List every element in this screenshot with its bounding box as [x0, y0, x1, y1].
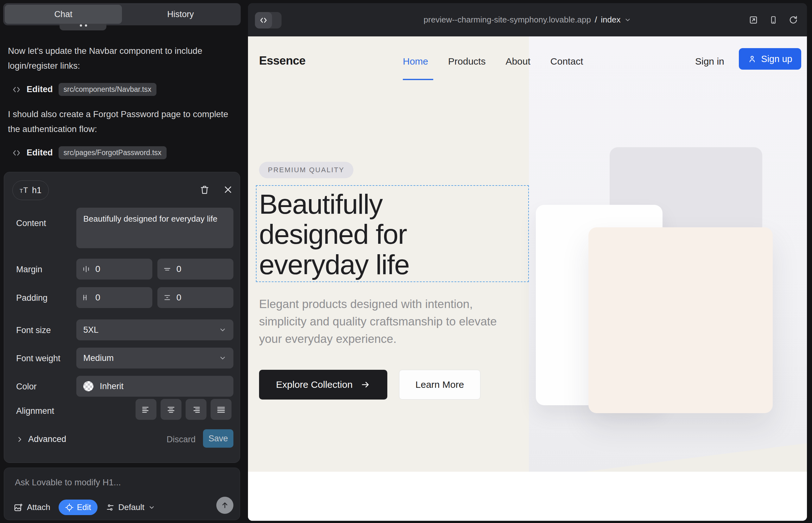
explore-collection-button[interactable]: Explore Collection: [259, 370, 387, 399]
align-center-icon: [166, 404, 176, 414]
margin-x-input[interactable]: 0: [76, 259, 152, 279]
site-nav: Home Products About Contact: [403, 56, 583, 67]
code-icon: [12, 148, 21, 157]
advanced-toggle[interactable]: Advanced: [16, 434, 66, 444]
typography-icon: TT: [20, 186, 28, 195]
delete-element-button[interactable]: [199, 184, 210, 195]
user-icon: [748, 54, 757, 63]
attach-image-icon: [14, 503, 23, 512]
edited-file-row[interactable]: Edited src/components/Navbar.tsx: [12, 83, 156, 96]
truncated-text-dot: [85, 24, 87, 26]
model-default-selector[interactable]: Default: [106, 502, 155, 512]
align-justify-icon: [216, 404, 226, 414]
margin-vertical-icon: [163, 265, 171, 273]
nav-link-contact[interactable]: Contact: [550, 56, 583, 67]
font-size-select[interactable]: 5XL: [76, 320, 233, 340]
close-panel-icon[interactable]: [223, 185, 233, 194]
sliders-icon: [106, 503, 114, 512]
premium-quality-badge: PREMIUM QUALITY: [259, 162, 353, 178]
content-textarea[interactable]: Beautifully designed for everyday life: [76, 208, 233, 248]
discard-button[interactable]: Discard: [166, 435, 196, 445]
align-left-icon: [141, 404, 151, 414]
url-domain: preview--charming-site-symphony.lovable.…: [424, 15, 591, 25]
padding-horizontal-icon: [82, 293, 90, 302]
margin-horizontal-icon: [82, 265, 90, 273]
color-label: Color: [16, 382, 37, 392]
mobile-view-icon[interactable]: [769, 15, 778, 25]
refresh-icon[interactable]: [789, 15, 798, 25]
nav-link-products[interactable]: Products: [448, 56, 486, 67]
edited-label: Edited: [27, 85, 53, 94]
url-separator: /: [595, 15, 597, 25]
url-page: index: [601, 15, 620, 25]
code-icon: [12, 85, 21, 94]
align-left-button[interactable]: [136, 399, 156, 420]
margin-label: Margin: [16, 265, 42, 274]
align-justify-button[interactable]: [211, 399, 231, 420]
composer-toolbar: Attach Edit Default: [14, 500, 232, 515]
sign-in-link[interactable]: Sign in: [695, 56, 724, 67]
chevron-down-icon: [148, 504, 155, 511]
truncated-text-dot: [80, 24, 82, 26]
padding-x-input[interactable]: 0: [76, 287, 152, 308]
edited-file-row[interactable]: Edited src/pages/ForgotPassword.tsx: [12, 146, 166, 159]
font-weight-select[interactable]: Medium: [76, 348, 233, 368]
color-field[interactable]: Inherit: [76, 376, 233, 397]
element-tag-label: h1: [32, 185, 41, 195]
file-path-badge[interactable]: src/components/Navbar.tsx: [58, 83, 156, 96]
truncated-file-badge: [59, 24, 106, 30]
padding-y-input[interactable]: 0: [157, 287, 233, 308]
arrow-up-icon: [221, 501, 229, 509]
color-swatch-icon: [83, 381, 93, 391]
tab-chat[interactable]: Chat: [5, 5, 122, 24]
element-editor-panel: TT h1 Content Beautifully designed for e…: [4, 172, 240, 463]
align-center-button[interactable]: [161, 399, 181, 420]
content-label: Content: [16, 218, 46, 228]
arrow-right-icon: [361, 380, 370, 390]
save-button[interactable]: Save: [203, 429, 233, 448]
active-nav-underline: [403, 79, 433, 80]
align-right-icon: [191, 404, 201, 414]
hero-paragraph: Elegant products designed with intention…: [259, 295, 516, 348]
alignment-label: Alignment: [16, 406, 54, 416]
file-path-badge[interactable]: src/pages/ForgotPassword.tsx: [58, 146, 166, 159]
edit-mode-button[interactable]: Edit: [58, 500, 98, 515]
chat-message: I should also create a Forgot Password p…: [8, 107, 234, 137]
composer-input[interactable]: Ask Lovable to modify H1...: [15, 477, 121, 488]
edited-label: Edited: [27, 148, 53, 158]
chevron-down-icon: [219, 326, 226, 334]
hero-heading[interactable]: Beautifully designed for everyday life: [259, 189, 490, 279]
tab-history[interactable]: History: [122, 5, 239, 24]
hero-image-card-cream: [588, 227, 773, 413]
attach-button[interactable]: Attach: [14, 502, 50, 512]
learn-more-button[interactable]: Learn More: [399, 370, 480, 399]
browser-chrome: preview--charming-site-symphony.lovable.…: [248, 3, 807, 36]
crosshair-icon: [65, 503, 74, 512]
chat-history-tabbar: Chat History: [3, 3, 241, 25]
align-right-button[interactable]: [186, 399, 207, 420]
sign-up-button[interactable]: Sign up: [739, 48, 801, 70]
app-window: Chat History Now let's update the Navbar…: [0, 0, 812, 523]
padding-label: Padding: [16, 293, 48, 303]
selected-element-badge[interactable]: TT h1: [12, 180, 49, 200]
site-viewport: Essence Home Products About Contact Sign…: [248, 36, 807, 521]
margin-y-input[interactable]: 0: [157, 259, 233, 279]
site-logo[interactable]: Essence: [259, 54, 306, 68]
open-external-icon[interactable]: [749, 15, 758, 25]
chat-message: Now let's update the Navbar component to…: [8, 43, 234, 73]
chevron-down-icon: [219, 354, 226, 362]
font-weight-label: Font weight: [16, 354, 60, 363]
chevron-down-icon: [624, 16, 631, 23]
font-size-label: Font size: [16, 325, 51, 335]
send-button[interactable]: [216, 497, 233, 514]
nav-link-home[interactable]: Home: [403, 56, 428, 67]
padding-vertical-icon: [163, 293, 171, 302]
chevron-right-icon: [16, 436, 23, 443]
chat-composer[interactable]: Ask Lovable to modify H1... Attach Edit …: [4, 468, 240, 520]
preview-frame: preview--charming-site-symphony.lovable.…: [248, 3, 807, 521]
next-section-background: [248, 472, 807, 521]
url-bar[interactable]: preview--charming-site-symphony.lovable.…: [248, 3, 807, 36]
nav-link-about[interactable]: About: [506, 56, 530, 67]
